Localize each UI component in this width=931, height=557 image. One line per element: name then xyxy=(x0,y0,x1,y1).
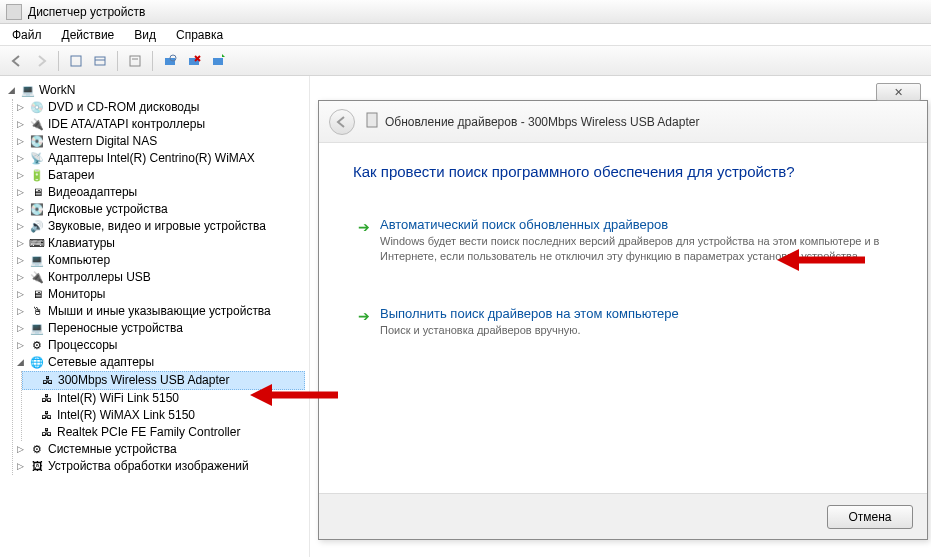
category-label: Переносные устройства xyxy=(48,320,183,337)
annotation-arrow xyxy=(777,249,867,271)
expand-icon[interactable]: ▷ xyxy=(15,272,26,283)
dialog-header: Обновление драйверов - 300Mbps Wireless … xyxy=(319,101,927,143)
tree-category-network[interactable]: ◢🌐Сетевые адаптеры xyxy=(13,354,305,371)
back-button[interactable] xyxy=(329,109,355,135)
device-tree[interactable]: ◢ 💻 WorkN ▷💿DVD и CD-ROM дисководы▷🔌IDE … xyxy=(0,76,310,557)
expand-icon[interactable]: ▷ xyxy=(15,444,26,455)
category-label: Адаптеры Intel(R) Centrino(R) WiMAX xyxy=(48,150,255,167)
network-adapter-item[interactable]: 🖧Intel(R) WiMAX Link 5150 xyxy=(22,407,305,424)
tree-category[interactable]: ▷🔌Контроллеры USB xyxy=(13,269,305,286)
category-icon: 🖥 xyxy=(29,185,45,201)
tree-category[interactable]: ▷🔌IDE ATA/ATAPI контроллеры xyxy=(13,116,305,133)
category-icon: 💻 xyxy=(29,253,45,269)
toolbar-btn-3[interactable] xyxy=(124,50,146,72)
category-label: Батареи xyxy=(48,167,94,184)
tree-category[interactable]: ▷⌨Клавиатуры xyxy=(13,235,305,252)
expand-icon[interactable]: ▷ xyxy=(15,102,26,113)
toolbar-separator xyxy=(152,51,153,71)
dialog-title-text: Обновление драйверов - 300Mbps Wireless … xyxy=(385,115,699,129)
category-icon: ⚙ xyxy=(29,338,45,354)
category-icon: 💽 xyxy=(29,134,45,150)
category-label: Звуковые, видео и игровые устройства xyxy=(48,218,266,235)
adapter-label: 300Mbps Wireless USB Adapter xyxy=(58,372,229,389)
menu-bar: Файл Действие Вид Справка xyxy=(0,24,931,46)
category-icon: 🖼 xyxy=(29,459,45,475)
expand-icon[interactable]: ▷ xyxy=(15,221,26,232)
forward-icon[interactable] xyxy=(30,50,52,72)
svg-rect-1 xyxy=(95,57,105,65)
expand-icon[interactable]: ▷ xyxy=(15,136,26,147)
adapter-label: Realtek PCIe FE Family Controller xyxy=(57,424,240,441)
tree-category[interactable]: ▷🔊Звуковые, видео и игровые устройства xyxy=(13,218,305,235)
expand-icon[interactable]: ▷ xyxy=(15,238,26,249)
category-label: Сетевые адаптеры xyxy=(48,354,154,371)
scan-hardware-icon[interactable] xyxy=(159,50,181,72)
close-button[interactable]: ✕ xyxy=(876,83,921,101)
menu-help[interactable]: Справка xyxy=(166,26,233,44)
expand-icon[interactable]: ▷ xyxy=(15,170,26,181)
root-node[interactable]: ◢ 💻 WorkN xyxy=(4,82,305,99)
adapter-icon: 🖧 xyxy=(38,425,54,441)
menu-view[interactable]: Вид xyxy=(124,26,166,44)
category-icon: 🔊 xyxy=(29,219,45,235)
expand-icon[interactable]: ▷ xyxy=(15,119,26,130)
category-label: Дисковые устройства xyxy=(48,201,168,218)
category-label: Мыши и иные указывающие устройства xyxy=(48,303,271,320)
tree-category[interactable]: ▷💽Western Digital NAS xyxy=(13,133,305,150)
expand-icon[interactable]: ▷ xyxy=(15,340,26,351)
option-browse-desc: Поиск и установка драйверов вручную. xyxy=(380,323,882,338)
category-label: Процессоры xyxy=(48,337,118,354)
adapter-icon: 🖧 xyxy=(38,408,54,424)
collapse-icon[interactable]: ◢ xyxy=(6,85,17,96)
tree-category[interactable]: ▷📡Адаптеры Intel(R) Centrino(R) WiMAX xyxy=(13,150,305,167)
network-adapter-item[interactable]: 🖧Realtek PCIe FE Family Controller xyxy=(22,424,305,441)
tree-category[interactable]: ▷💻Компьютер xyxy=(13,252,305,269)
expand-icon[interactable]: ▷ xyxy=(15,289,26,300)
toolbar-btn-1[interactable] xyxy=(65,50,87,72)
tree-category[interactable]: ▷💻Переносные устройства xyxy=(13,320,305,337)
tree-category[interactable]: ▷💿DVD и CD-ROM дисководы xyxy=(13,99,305,116)
expand-icon[interactable]: ▷ xyxy=(15,187,26,198)
expand-icon[interactable]: ▷ xyxy=(15,306,26,317)
window-title: Диспетчер устройств xyxy=(28,5,145,19)
category-label: Видеоадаптеры xyxy=(48,184,137,201)
category-label: Системные устройства xyxy=(48,441,177,458)
category-label: DVD и CD-ROM дисководы xyxy=(48,99,199,116)
tree-category[interactable]: ▷💽Дисковые устройства xyxy=(13,201,305,218)
toolbar-separator xyxy=(58,51,59,71)
category-label: Western Digital NAS xyxy=(48,133,157,150)
tree-category[interactable]: ▷🖱Мыши и иные указывающие устройства xyxy=(13,303,305,320)
collapse-icon[interactable]: ◢ xyxy=(15,357,26,368)
tree-category[interactable]: ▷🖥Мониторы xyxy=(13,286,305,303)
update-driver-icon[interactable] xyxy=(207,50,229,72)
expand-icon[interactable]: ▷ xyxy=(15,255,26,266)
option-browse-title: Выполнить поиск драйверов на этом компью… xyxy=(380,306,882,321)
adapter-icon: 🖧 xyxy=(39,373,55,389)
update-driver-dialog: ✕ Обновление драйверов - 300Mbps Wireles… xyxy=(318,100,928,540)
tree-category[interactable]: ▷🔋Батареи xyxy=(13,167,305,184)
toolbar-separator xyxy=(117,51,118,71)
arrow-icon: ➔ xyxy=(358,308,370,324)
tree-category[interactable]: ▷🖼Устройства обработки изображений xyxy=(13,458,305,475)
tree-category[interactable]: ▷⚙Процессоры xyxy=(13,337,305,354)
back-icon[interactable] xyxy=(6,50,28,72)
title-bar: Диспетчер устройств xyxy=(0,0,931,24)
uninstall-icon[interactable] xyxy=(183,50,205,72)
toolbar-btn-2[interactable] xyxy=(89,50,111,72)
svg-rect-11 xyxy=(367,113,377,127)
expand-icon[interactable]: ▷ xyxy=(15,153,26,164)
app-icon xyxy=(6,4,22,20)
annotation-arrow xyxy=(250,384,340,406)
expand-icon[interactable]: ▷ xyxy=(15,461,26,472)
menu-file[interactable]: Файл xyxy=(2,26,52,44)
cancel-button[interactable]: Отмена xyxy=(827,505,913,529)
tree-category[interactable]: ▷🖥Видеоадаптеры xyxy=(13,184,305,201)
tree-category[interactable]: ▷⚙Системные устройства xyxy=(13,441,305,458)
menu-action[interactable]: Действие xyxy=(52,26,125,44)
option-browse-computer[interactable]: ➔ Выполнить поиск драйверов на этом комп… xyxy=(353,297,893,347)
category-label: Контроллеры USB xyxy=(48,269,151,286)
arrow-icon: ➔ xyxy=(358,219,370,235)
expand-icon[interactable]: ▷ xyxy=(15,204,26,215)
expand-icon[interactable]: ▷ xyxy=(15,323,26,334)
option-auto-title: Автоматический поиск обновленных драйвер… xyxy=(380,217,882,232)
